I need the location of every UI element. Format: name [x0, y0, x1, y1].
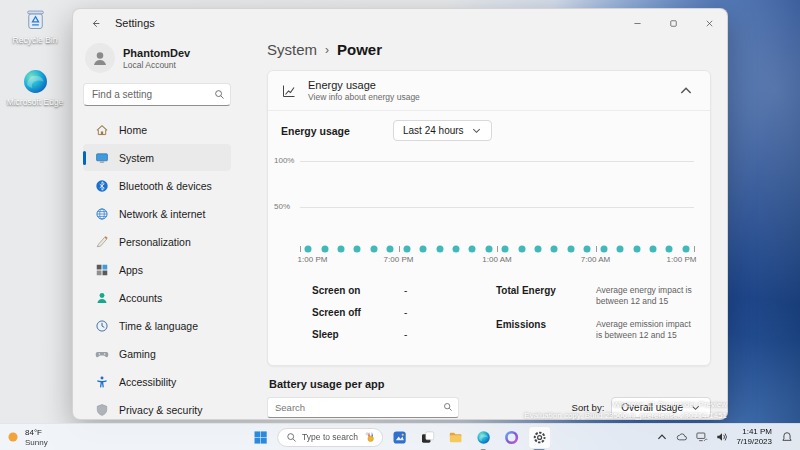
sidebar-item-accessibility[interactable]: Accessibility	[83, 368, 231, 395]
stats-right: Total EnergyAverage energy impact is bet…	[496, 285, 696, 353]
network-tray-icon	[696, 431, 708, 443]
stats-left: Screen on-Screen off-Sleep-	[312, 285, 472, 353]
data-point	[682, 246, 689, 253]
data-point	[452, 246, 459, 253]
data-point	[502, 246, 509, 253]
copilot-taskbar-button[interactable]	[500, 426, 523, 449]
data-point	[535, 246, 542, 253]
data-point	[354, 246, 361, 253]
stat-screen-on: Screen on-	[312, 285, 472, 296]
weather-temp: 84°F	[25, 428, 48, 437]
x-axis-label: 1:00 PM	[298, 255, 328, 264]
sidebar-item-system[interactable]: System	[83, 144, 231, 171]
breadcrumb-system[interactable]: System	[267, 41, 317, 58]
battery-app-search-input[interactable]	[267, 397, 459, 418]
minimize-button[interactable]	[619, 9, 655, 37]
home-icon	[95, 123, 109, 137]
data-point	[666, 246, 673, 253]
sidebar-item-label: Home	[119, 124, 147, 136]
page-title: Power	[337, 41, 382, 58]
system-tray: 1:41 PM 7/19/2023	[653, 424, 795, 450]
titlebar[interactable]: Settings	[73, 9, 727, 37]
sun-icon	[6, 430, 20, 444]
user-avatar-icon	[90, 48, 110, 68]
sidebar-item-bluetooth-devices[interactable]: Bluetooth & devices	[83, 172, 231, 199]
data-point	[649, 246, 656, 253]
privacy-icon	[95, 403, 109, 417]
taskbar-search[interactable]: Type to search	[277, 428, 383, 447]
data-point	[485, 246, 492, 253]
sidebar-item-network-internet[interactable]: Network & internet	[83, 200, 231, 227]
sidebar-item-apps[interactable]: Apps	[83, 256, 231, 283]
widgets-weather-button[interactable]: 84°F Sunny	[6, 424, 48, 450]
minimize-icon	[632, 18, 643, 29]
desktop-icon-microsoft-edge[interactable]: Microsoft Edge	[6, 68, 64, 108]
settings-taskbar-button[interactable]	[528, 426, 551, 449]
sidebar-item-label: Gaming	[119, 348, 156, 360]
tray-chevron-up-button[interactable]	[653, 427, 670, 448]
data-point	[600, 246, 607, 253]
desktop-icon-recycle-bin[interactable]: Recycle Bin	[6, 6, 64, 46]
system-icon	[95, 151, 109, 165]
settings-window: Settings PhantomDev Local Account	[72, 8, 728, 420]
personalization-icon	[95, 235, 109, 249]
copilot-icon	[504, 430, 519, 445]
data-point	[567, 246, 574, 253]
sidebar-item-label: Accounts	[119, 292, 162, 304]
start-button[interactable]	[249, 426, 272, 449]
edge-taskbar-button[interactable]	[472, 426, 495, 449]
close-button[interactable]	[691, 9, 727, 37]
gaming-icon	[95, 347, 109, 361]
back-button[interactable]	[83, 13, 107, 33]
onedrive-icon	[676, 431, 688, 443]
evaluation-watermark: Windows 11 Pro Insider Preview Evaluatio…	[524, 400, 727, 421]
find-a-setting-input[interactable]	[83, 83, 231, 106]
network-tray-button[interactable]	[693, 427, 710, 448]
sidebar-item-privacy-security[interactable]: Privacy & security	[83, 396, 231, 420]
stat-sleep: Sleep-	[312, 329, 472, 340]
energy-usage-card-header[interactable]: Energy usage View info about energy usag…	[268, 71, 710, 111]
user-account[interactable]: PhantomDev Local Account	[83, 39, 231, 83]
window-controls	[619, 9, 727, 37]
desktop: Recycle BinMicrosoft Edge Settings Phant…	[0, 0, 800, 450]
card-subtitle: View info about energy usage	[308, 92, 664, 102]
task-view-taskbar-button[interactable]	[416, 426, 439, 449]
volume-button[interactable]	[713, 427, 730, 448]
x-axis-label: 1:00 AM	[482, 255, 511, 264]
notifications-button[interactable]	[778, 427, 795, 448]
tray-chevron-up-icon	[656, 431, 668, 443]
sidebar-item-label: Apps	[119, 264, 143, 276]
accessibility-icon	[95, 375, 109, 389]
sidebar-item-accounts[interactable]: Accounts	[83, 284, 231, 311]
data-point	[469, 246, 476, 253]
collapse-button[interactable]	[675, 80, 697, 102]
data-point	[305, 246, 312, 253]
maximize-button[interactable]	[655, 9, 691, 37]
start-icon	[253, 430, 268, 445]
time-range-dropdown[interactable]: Last 24 hours	[393, 120, 492, 141]
x-axis-label: 7:00 AM	[581, 255, 610, 264]
sidebar-item-personalization[interactable]: Personalization	[83, 228, 231, 255]
data-point	[551, 246, 558, 253]
sidebar-item-home[interactable]: Home	[83, 116, 231, 143]
volume-icon	[716, 431, 728, 443]
pinned-app-taskbar-button[interactable]	[388, 426, 411, 449]
file-explorer-taskbar-button[interactable]	[444, 426, 467, 449]
data-point	[387, 246, 394, 253]
sidebar-item-time-language[interactable]: Time & language	[83, 312, 231, 339]
back-arrow-icon	[90, 18, 101, 29]
accounts-icon	[95, 291, 109, 305]
x-axis-label: 7:00 PM	[384, 255, 414, 264]
account-type: Local Account	[123, 60, 190, 70]
search-icon	[214, 89, 225, 100]
tray-clock[interactable]: 1:41 PM 7/19/2023	[736, 427, 772, 448]
task-view-icon	[420, 430, 435, 445]
maximize-icon	[668, 18, 679, 29]
medal-doodle-icon	[363, 430, 377, 444]
time-language-icon	[95, 319, 109, 333]
onedrive-button[interactable]	[673, 427, 690, 448]
sidebar: PhantomDev Local Account HomeSystemBluet…	[73, 37, 241, 419]
sidebar-item-gaming[interactable]: Gaming	[83, 340, 231, 367]
sidebar-item-label: Bluetooth & devices	[119, 180, 212, 192]
desktop-icon-label: Recycle Bin	[13, 36, 58, 46]
